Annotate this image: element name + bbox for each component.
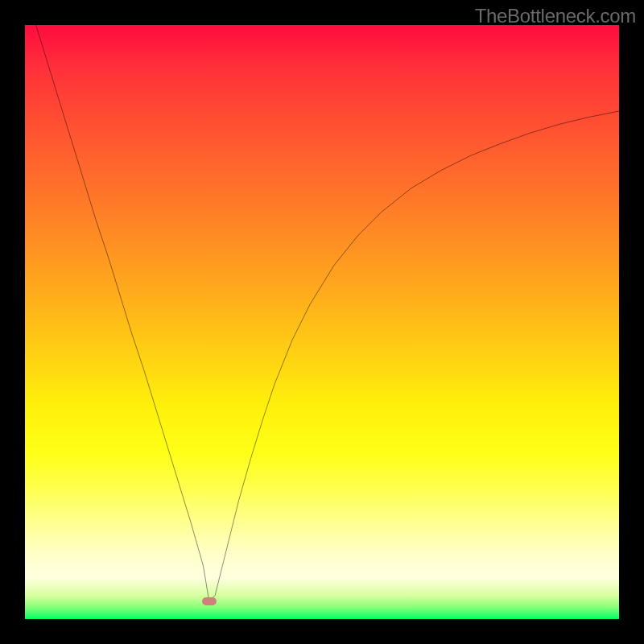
plot-area (25, 25, 619, 619)
watermark-text: TheBottleneck.com (475, 5, 636, 27)
chart-frame: TheBottleneck.com (0, 0, 644, 644)
optimal-marker (202, 597, 217, 605)
bottleneck-curve (25, 25, 619, 619)
